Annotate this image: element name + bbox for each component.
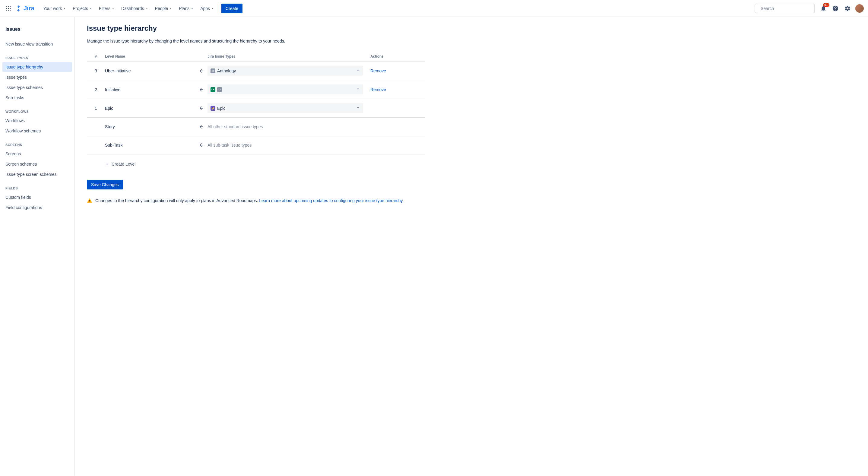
row-num: 3 xyxy=(87,68,105,73)
arrow-left-icon xyxy=(195,87,208,92)
static-types: All sub-task issue types xyxy=(208,140,363,150)
notice-link[interactable]: Learn more about upcoming updates to con… xyxy=(259,198,404,203)
sidebar-field-configurations[interactable]: Field configurations xyxy=(2,203,72,212)
help-icon[interactable] xyxy=(831,4,840,13)
anthology-icon: ◎ xyxy=(211,68,215,73)
sidebar: Issues New issue view transition ISSUE T… xyxy=(0,17,75,476)
settings-icon[interactable] xyxy=(843,4,852,13)
nav-apps[interactable]: Apps xyxy=(197,4,217,13)
jira-logo[interactable]: Jira xyxy=(14,4,36,13)
sidebar-sub-tasks[interactable]: Sub-tasks xyxy=(2,93,72,102)
svg-point-0 xyxy=(6,6,7,7)
svg-point-6 xyxy=(6,10,7,10)
chevron-down-icon xyxy=(356,87,360,92)
row-name[interactable]: Uber-initiative xyxy=(105,68,195,73)
arrow-left-icon xyxy=(195,106,208,111)
remove-link[interactable]: Remove xyxy=(370,87,386,92)
sidebar-screens[interactable]: Screens xyxy=(2,149,72,159)
sidebar-screen-schemes[interactable]: Screen schemes xyxy=(2,159,72,169)
row-name[interactable]: Epic xyxy=(105,106,195,111)
nav-people[interactable]: People xyxy=(152,4,176,13)
page-title: Issue type hierarchy xyxy=(87,24,425,33)
table-row: Story All other standard issue types xyxy=(87,118,425,136)
sidebar-group-issue-types: ISSUE TYPES xyxy=(2,54,72,62)
arrow-left-icon xyxy=(195,68,208,73)
notice-text: Changes to the hierarchy configuration w… xyxy=(95,198,259,203)
svg-point-3 xyxy=(6,8,7,9)
create-level-row: Create Level xyxy=(87,154,425,174)
issue-type-select[interactable]: ⚡ Epic xyxy=(208,103,363,113)
table-row: Sub-Task All sub-task issue types xyxy=(87,136,425,154)
nav-items: Your work Projects Filters Dashboards Pe… xyxy=(40,4,243,13)
app-switcher-icon[interactable] xyxy=(4,4,13,13)
table-row: 1 Epic ⚡ Epic xyxy=(87,99,425,118)
sidebar-issue-type-hierarchy[interactable]: Issue type hierarchy xyxy=(2,62,72,72)
svg-point-7 xyxy=(8,10,9,10)
sidebar-issue-type-schemes[interactable]: Issue type schemes xyxy=(2,83,72,92)
create-button[interactable]: Create xyxy=(221,4,243,13)
o-icon: O xyxy=(217,87,222,92)
header-icons: 9+ xyxy=(818,4,864,13)
sidebar-workflow-schemes[interactable]: Workflow schemes xyxy=(2,126,72,136)
sidebar-custom-fields[interactable]: Custom fields xyxy=(2,192,72,202)
remove-link[interactable]: Remove xyxy=(370,68,386,73)
static-types: All other standard issue types xyxy=(208,122,363,131)
svg-point-8 xyxy=(10,10,10,10)
search-input[interactable] xyxy=(761,6,813,11)
header-actions: Actions xyxy=(370,54,425,59)
header-name: Level Name xyxy=(105,54,195,59)
avatar[interactable] xyxy=(855,4,864,13)
svg-point-2 xyxy=(10,6,10,7)
plus-icon xyxy=(105,162,109,166)
header-num: # xyxy=(87,54,105,59)
search-box[interactable] xyxy=(754,4,815,13)
nav-projects[interactable]: Projects xyxy=(70,4,95,13)
notifications-icon[interactable]: 9+ xyxy=(818,4,828,13)
svg-point-5 xyxy=(10,8,10,9)
arrow-left-icon xyxy=(195,142,208,148)
chevron-down-icon xyxy=(356,68,360,73)
create-level-button[interactable]: Create Level xyxy=(105,159,135,170)
svg-point-1 xyxy=(8,6,9,7)
nav-dashboards[interactable]: Dashboards xyxy=(118,4,151,13)
save-button[interactable]: Save Changes xyxy=(87,180,123,189)
le-icon: LE xyxy=(211,87,215,92)
table-row: 2 Initiative LE O Remove xyxy=(87,80,425,99)
header-types: Jira Issue Types xyxy=(208,54,370,59)
issue-type-select[interactable]: ◎ Anthology xyxy=(208,66,363,76)
sidebar-group-workflows: WORKFLOWS xyxy=(2,108,72,116)
sidebar-group-fields: FIELDS xyxy=(2,184,72,192)
warning-icon xyxy=(87,198,92,203)
notification-badge: 9+ xyxy=(823,3,829,7)
row-name: Sub-Task xyxy=(105,143,195,148)
page-desc: Manage the issue type hierarchy by chang… xyxy=(87,39,425,43)
svg-point-4 xyxy=(8,8,9,9)
notice: Changes to the hierarchy configuration w… xyxy=(87,198,425,203)
sidebar-title: Issues xyxy=(2,24,72,34)
nav-plans[interactable]: Plans xyxy=(176,4,197,13)
sidebar-workflows[interactable]: Workflows xyxy=(2,116,72,125)
type-label: Anthology xyxy=(217,68,236,73)
hierarchy-table: # Level Name Jira Issue Types Actions 3 … xyxy=(87,52,425,174)
nav-filters[interactable]: Filters xyxy=(96,4,118,13)
epic-icon: ⚡ xyxy=(211,106,215,111)
sidebar-group-screens: SCREENS xyxy=(2,141,72,149)
type-label: Epic xyxy=(217,106,225,111)
top-nav: Jira Your work Projects Filters Dashboar… xyxy=(0,0,868,17)
sidebar-new-view[interactable]: New issue view transition xyxy=(2,39,72,49)
chevron-down-icon xyxy=(356,106,360,111)
row-name[interactable]: Initiative xyxy=(105,87,195,92)
main-content: Issue type hierarchy Manage the issue ty… xyxy=(75,17,437,476)
table-row: 3 Uber-initiative ◎ Anthology Remove xyxy=(87,62,425,80)
logo-text: Jira xyxy=(24,5,34,12)
nav-your-work[interactable]: Your work xyxy=(40,4,69,13)
sidebar-issue-type-screen-schemes[interactable]: Issue type screen schemes xyxy=(2,170,72,179)
issue-type-select[interactable]: LE O xyxy=(208,85,363,94)
sidebar-issue-types[interactable]: Issue types xyxy=(2,72,72,82)
arrow-left-icon xyxy=(195,124,208,129)
row-num: 2 xyxy=(87,87,105,92)
table-header: # Level Name Jira Issue Types Actions xyxy=(87,52,425,62)
row-num: 1 xyxy=(87,106,105,111)
row-name: Story xyxy=(105,124,195,129)
